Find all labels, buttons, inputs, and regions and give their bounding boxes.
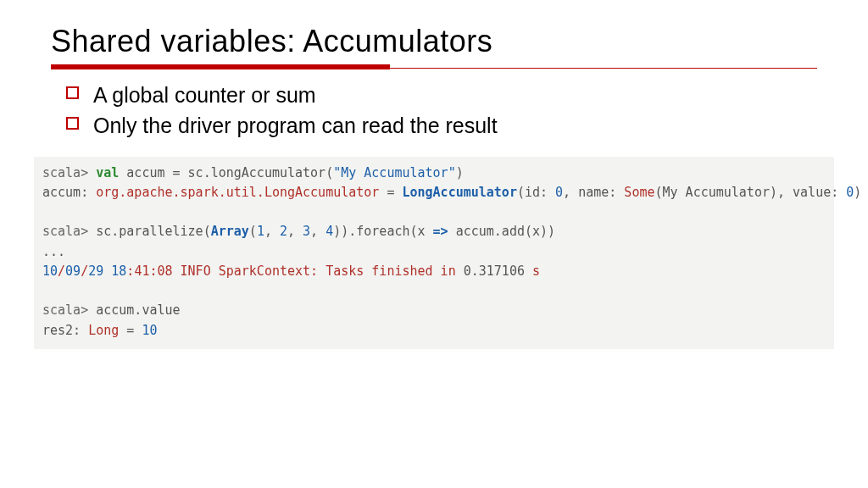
code-line: 10/09/29 18:41:08 INFO SparkContext: Tas… <box>42 263 540 279</box>
title-rule <box>51 64 817 69</box>
code-block: scala> val accum = sc.longAccumulator("M… <box>34 157 834 349</box>
code-line: scala> val accum = sc.longAccumulator("M… <box>42 165 464 180</box>
bullet-item: Only the driver program can read the res… <box>66 110 817 141</box>
code-line: ... <box>42 244 65 259</box>
code-line: accum: org.apache.spark.util.LongAccumul… <box>42 185 861 200</box>
code-line: scala> sc.parallelize(Array(1, 2, 3, 4))… <box>42 224 555 239</box>
slide: Shared variables: Accumulators A global … <box>0 0 868 349</box>
bullet-item: A global counter or sum <box>66 80 817 110</box>
code-line: scala> accum.value <box>42 302 181 318</box>
code-line: res2: Long = 10 <box>42 323 157 338</box>
bullet-list: A global counter or sum Only the driver … <box>51 80 817 141</box>
slide-title: Shared variables: Accumulators <box>51 24 817 59</box>
